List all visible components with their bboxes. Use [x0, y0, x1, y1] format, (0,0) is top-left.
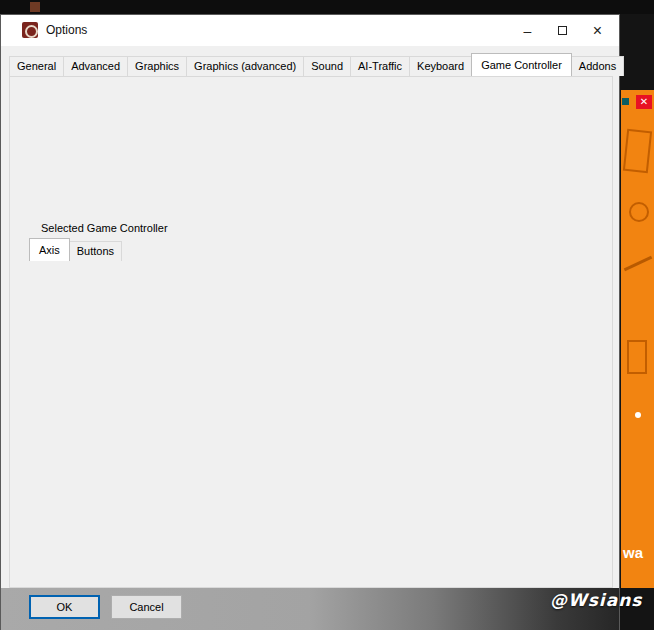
close-icon[interactable]: ✕ — [636, 95, 652, 109]
group-title: Selected Game Controller — [37, 222, 172, 234]
background-strip — [0, 0, 654, 14]
sketch-shape — [624, 256, 652, 271]
sketch-shape — [629, 202, 649, 222]
cancel-button[interactable]: Cancel — [111, 595, 182, 619]
ok-button[interactable]: OK — [29, 595, 100, 619]
inner-tab-buttons[interactable]: Buttons — [69, 241, 122, 261]
inner-tab-axis[interactable]: Axis — [29, 238, 70, 261]
tab-page-game-controller — [9, 76, 613, 588]
watermark: @Wsians — [550, 590, 642, 610]
tab-game-controller[interactable]: Game Controller — [471, 53, 572, 76]
background-window: ✕ wa — [621, 90, 654, 588]
background-chip — [30, 2, 40, 12]
background-text: wa — [623, 544, 643, 561]
sketch-shape — [622, 98, 629, 105]
inner-tab-strip: AxisButtons — [29, 241, 122, 261]
sketch-shape — [635, 412, 641, 418]
sketch-shape — [623, 129, 652, 173]
sketch-shape — [627, 340, 647, 374]
options-dialog: Options – × GeneralAdvancedGraphicsGraph… — [0, 14, 620, 630]
